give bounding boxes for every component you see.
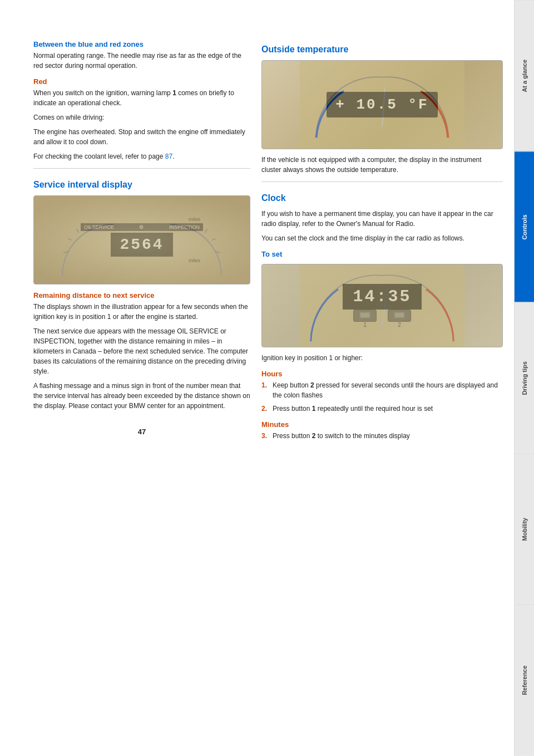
outside-temp-image: + 10.5 °F — [261, 60, 503, 149]
page-number: 47 — [33, 428, 250, 436]
remaining-distance-title: Remaining distance to next service — [33, 291, 250, 300]
service-interval-section: Service interval display — [33, 180, 250, 411]
minutes-list: 3. Press button 2 to switch to the minut… — [261, 431, 503, 441]
clock-body2: You can set the clock and the time displ… — [261, 233, 503, 243]
hours-title: Hours — [261, 370, 503, 378]
svg-rect-7 — [300, 61, 464, 149]
hours-step2: 2. Press button 1 repeatedly until the r… — [261, 404, 503, 414]
svg-rect-9 — [300, 264, 464, 347]
hours-step1: 1. Keep button 2 pressed for several sec… — [261, 380, 503, 400]
left-column: Between the blue and red zones Normal op… — [33, 33, 250, 734]
service-display-image: miles OILSERVICE ⚙ INSPECTION 2564 miles — [33, 195, 250, 284]
to-set-section: To set 14:35 — [261, 250, 503, 363]
sidebar-tab-controls[interactable]: Controls — [515, 151, 534, 303]
sidebar-tab-driving-tips[interactable]: Driving tips — [515, 302, 534, 454]
svg-rect-0 — [34, 196, 250, 284]
red-title: Red — [33, 77, 250, 86]
minutes-title: Minutes — [261, 420, 503, 429]
driving-tips-label: Driving tips — [521, 361, 528, 395]
coolant-link[interactable]: 87 — [165, 153, 172, 160]
outside-temp-title: Outside temperature — [261, 45, 503, 55]
page-container: Between the blue and red zones Normal op… — [0, 0, 534, 756]
controls-label: Controls — [521, 214, 528, 239]
outside-temp-body: If the vehicle is not equipped with a co… — [261, 155, 503, 175]
mobility-label: Mobility — [521, 518, 528, 541]
red-body1: When you switch on the ignition, warning… — [33, 88, 250, 108]
outside-temp-section: Outside temperature + 10.5 °F — [261, 45, 503, 175]
clock-body1: If you wish to have a permanent time dis… — [261, 209, 503, 229]
divider-2 — [261, 181, 503, 182]
right-sidebar: At a glance Controls Driving tips Mobili… — [514, 0, 534, 756]
remaining-body1: The displays shown in the illustration a… — [33, 302, 250, 322]
red-body4: For checking the coolant level, refer to… — [33, 151, 250, 161]
service-interval-title: Service interval display — [33, 180, 250, 190]
clock-speedo-svg — [262, 264, 502, 347]
between-zones-body: Normal operating range. The needle may r… — [33, 51, 250, 71]
clock-title: Clock — [261, 193, 503, 203]
main-content: Between the blue and red zones Normal op… — [0, 0, 514, 756]
clock-display-image: 14:35 1 — [261, 264, 503, 347]
outside-temp-speedo-svg — [262, 61, 502, 149]
between-zones-title: Between the blue and red zones — [33, 40, 250, 48]
remaining-body2: The next service due appears with the me… — [33, 326, 250, 376]
clock-section: Clock If you wish to have a permanent ti… — [261, 193, 503, 441]
to-set-label: To set — [261, 250, 503, 258]
remaining-body3: A flashing message and a minus sign in f… — [33, 381, 250, 411]
sidebar-tab-mobility[interactable]: Mobility — [515, 454, 534, 605]
divider-1 — [33, 168, 250, 169]
right-column: Outside temperature + 10.5 °F — [261, 33, 503, 734]
ignition-note: Ignition key in position 1 or higher: — [261, 353, 503, 363]
at-a-glance-label: At a glance — [521, 60, 528, 92]
red-body2: Comes on while driving: — [33, 112, 250, 122]
between-zones-section: Between the blue and red zones Normal op… — [33, 40, 250, 71]
sidebar-tab-reference[interactable]: Reference — [515, 605, 534, 756]
red-section: Red When you switch on the ignition, war… — [33, 77, 250, 161]
minutes-step3: 3. Press button 2 to switch to the minut… — [261, 431, 503, 441]
speedo-svg — [34, 196, 250, 284]
hours-section: Hours 1. Keep button 2 pressed for sever… — [261, 370, 503, 414]
hours-list: 1. Keep button 2 pressed for several sec… — [261, 380, 503, 414]
sidebar-tab-at-a-glance[interactable]: At a glance — [515, 0, 534, 151]
red-body3: The engine has overheated. Stop and swit… — [33, 127, 250, 147]
minutes-section: Minutes 3. Press button 2 to switch to t… — [261, 420, 503, 441]
reference-label: Reference — [521, 666, 528, 695]
